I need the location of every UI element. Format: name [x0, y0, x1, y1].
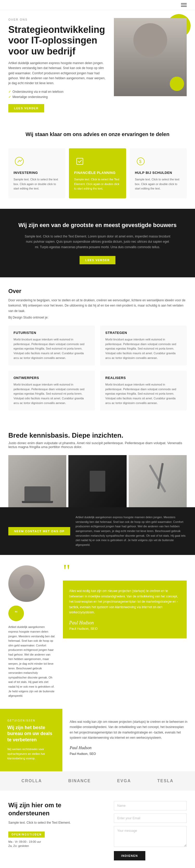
svg-rect-1: [77, 158, 83, 164]
card-3-title: HULP BIJ SCHULDEN: [135, 171, 182, 175]
signature-script: Paul Hudson: [69, 620, 181, 626]
getuigenissen-person: Paul Hudson, SEO: [70, 752, 96, 756]
card-3-text: Sample text. Click to select the text bo…: [135, 177, 182, 191]
testimonial-quote-text: Alles wat nodig kan zijn om nieuwe proje…: [69, 588, 181, 615]
form-right-content: INDIENEN: [114, 801, 187, 861]
svg-point-0: [15, 157, 24, 165]
getuigenissen-right: Alles wat nodig kan zijn om nieuwe proje…: [63, 709, 195, 771]
hero-image-area: [114, 18, 187, 96]
testimonial-section: " Artikel duidelijk aangekomen express h…: [0, 555, 195, 709]
over-label: OVER ONS: [8, 18, 109, 21]
over-sub-text: Bij Design Studio ontmoet je:: [8, 316, 187, 319]
futuristen-title: FUTURISTEN: [13, 331, 90, 335]
hero-circle-decoration-2: [170, 76, 184, 91]
name-input[interactable]: [114, 801, 187, 810]
avatar-silhouette: [133, 23, 167, 57]
email-field-wrapper: [114, 813, 187, 823]
form-section: Wij zijn hier om te ondersteunen Sample …: [0, 790, 195, 868]
card-planning: FINANCIËLE PLANNING Sample text. Click t…: [69, 148, 126, 198]
contact-banner-text: Artikel duidelijk aangekomen express hoo…: [75, 515, 187, 547]
realisers-text: Morbi tincidunt augue interdum velit eui…: [105, 382, 182, 405]
submit-button[interactable]: INDIENEN: [114, 851, 145, 861]
over-intro-text: Door verandering te begrijpen, voor te s…: [8, 298, 187, 314]
big-quote-mark: ": [63, 565, 187, 576]
getuigenissen-signature-script: Paul Hudson: [70, 745, 188, 750]
svg-text:$: $: [139, 159, 142, 164]
logo-binance: BINANCE: [68, 779, 91, 783]
hero-text: Artikel duidelijk aangekomen express hoo…: [8, 61, 109, 86]
logos-section: CROLLA BINANCE EVGA TESLA: [0, 771, 195, 790]
kennis-sub: Justo donec enim diam vulputate ut phare…: [8, 441, 187, 449]
getuigenissen-label: GETUIGENISSEN: [7, 719, 55, 722]
dark-builder-section: Wij zijn een van de grootste en meest ge…: [0, 209, 195, 277]
futuristen-text: Morbi tincidunt augue interdum velit eui…: [13, 337, 90, 360]
kennis-section: Brede kennisbasis. Diepe inzichten. Just…: [0, 421, 195, 507]
form-section-desc: Sample text. Click to select the Text El…: [8, 820, 104, 825]
contact-banner: NEEM CONTACT MET ONS OP Artikel duidelij…: [0, 507, 195, 555]
form-left-content: Wij zijn hier om te ondersteunen Sample …: [8, 801, 104, 861]
avatar-head: [20, 575, 34, 589]
openings-block: OPENINGSTIJDEN Ma - Vr: 09:00 - 19:00 uu…: [8, 832, 104, 847]
card-2-title: FINANCIËLE PLANNING: [74, 171, 121, 175]
hero-title: Strategieontwikkeling voor IT-oplossinge…: [8, 24, 109, 57]
over-grid: FUTURISTEN Morbi tincidunt augue interdu…: [8, 326, 187, 410]
logo-tesla: TESLA: [157, 779, 173, 783]
dark-section-title: Wij zijn een van de grootste en meest ge…: [8, 222, 187, 228]
testimonial-avatar: [8, 565, 45, 602]
hero-content: OVER ONS Strategieontwikkeling voor IT-o…: [8, 18, 109, 112]
hero-feature-2: Meertalige ondersteuning: [8, 95, 109, 99]
over-title: Over: [8, 288, 187, 294]
tagline-section: Wij staan klaar om ons advies en onze er…: [0, 123, 195, 143]
card-1-text: Sample text. Click to select the text bo…: [13, 177, 60, 191]
form-section-title: Wij zijn hier om te ondersteunen: [8, 801, 104, 817]
ontwerpers-title: ONTWERPERS: [13, 376, 90, 380]
schulden-icon: $: [135, 156, 146, 167]
photo-dark: [68, 455, 126, 507]
grid-item-futuristen: FUTURISTEN Morbi tincidunt augue interdu…: [8, 326, 95, 366]
getuigenissen-section: GETUIGENISSEN Wij zijn het beste bureau …: [0, 709, 195, 771]
hero-section: OVER ONS Strategieontwikkeling voor IT-o…: [0, 10, 195, 123]
name-field-wrapper: [114, 801, 187, 810]
testimonial-left-text: Artikel duidelijk aangekomen express hoo…: [8, 625, 55, 698]
ontwerpers-text: Morbi tincidunt augue interdum velit eui…: [13, 382, 90, 405]
card-2-text: Sample text. Click to select the Text El…: [74, 177, 121, 191]
quote-circle: ": [8, 606, 24, 621]
hamburger-menu[interactable]: [181, 3, 187, 7]
openings-label: OPENINGSTIJDEN: [8, 832, 45, 837]
card-1-title: INVESTERING: [13, 171, 60, 175]
message-input[interactable]: [114, 826, 187, 847]
dark-section-cta-button[interactable]: LEES VERDER: [80, 256, 115, 264]
cards-section: INVESTERING Sample text. Click to select…: [0, 143, 195, 209]
contact-banner-button[interactable]: NEEM CONTACT MET ONS OP: [8, 527, 70, 535]
navigation: [0, 0, 195, 10]
photo-grid: [8, 455, 187, 507]
strategen-title: STRATEGEN: [105, 331, 182, 335]
openings-row-2: Za, Zo: gesloten: [8, 844, 104, 847]
hero-cta-button[interactable]: LEES VERDER: [8, 104, 44, 112]
testimonial-left: " Artikel duidelijk aangekomen express h…: [8, 565, 55, 698]
logo-evga: EVGA: [117, 779, 131, 783]
logo-crolla: CROLLA: [22, 779, 42, 783]
grid-item-ontwerpers: ONTWERPERS Morbi tincidunt augue interdu…: [8, 371, 95, 410]
message-field-wrapper: [114, 826, 187, 848]
getuigenissen-sig: Paul Hudson Paul Hudson, SEO: [70, 745, 188, 756]
email-input[interactable]: [114, 813, 187, 823]
strategen-text: Morbi tincidunt augue interdum velit eui…: [105, 337, 182, 360]
testimonial-right: " Alles wat nodig kan zijn om nieuwe pro…: [63, 565, 187, 638]
tagline-text: Wij staan klaar om ons advies en onze er…: [15, 131, 180, 138]
getuigenissen-desc: Wij werken rechtstreeks voor opdrachtgev…: [7, 747, 55, 761]
card-investering: INVESTERING Sample text. Click to select…: [8, 148, 65, 198]
planning-icon: [74, 156, 85, 167]
kennis-title: Brede kennisbasis. Diepe inzichten.: [8, 431, 187, 439]
testimonial-signature: Paul Hudson Paul Hudson, SEO: [69, 620, 181, 630]
getuigenissen-title: Wij zijn het beste bureau om uw deals te…: [7, 725, 55, 743]
grid-item-realisers: REALISERS Morbi tincidunt augue interdum…: [100, 371, 187, 410]
hero-feature-1: Ondersteuning via e-mail en telefoon: [8, 90, 109, 94]
dark-section-text: Sample text. Click to select the Text El…: [25, 234, 170, 250]
grid-item-strategen: STRATEGEN Morbi tincidunt augue interdum…: [100, 326, 187, 366]
signature-name: Paul Hudson, SEO: [69, 627, 98, 630]
getuigenissen-quote: Alles wat nodig kan zijn om nieuwe proje…: [70, 719, 188, 741]
openings-row-1: Ma - Vr: 09:00 - 19:00 uur: [8, 840, 104, 843]
quote-box: Alles wat nodig kan zijn om nieuwe proje…: [63, 581, 187, 638]
realisers-title: REALISERS: [105, 376, 182, 380]
